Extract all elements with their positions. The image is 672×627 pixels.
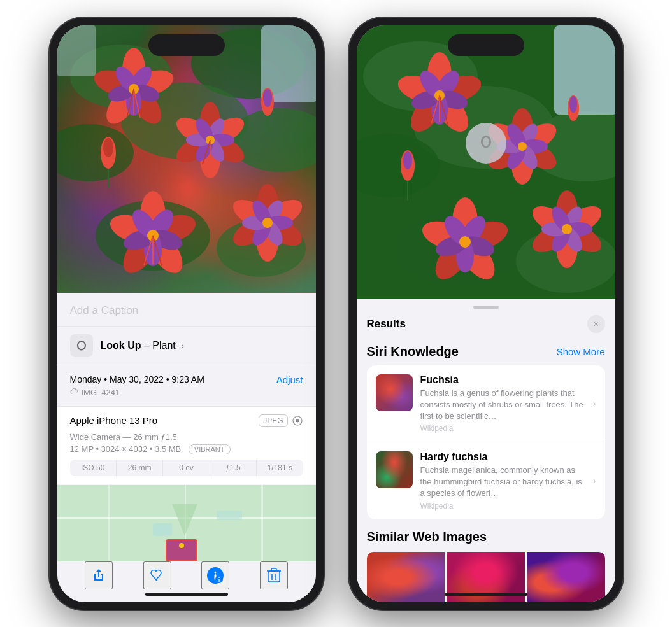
svg-point-145 — [459, 236, 471, 248]
lookup-icon — [70, 334, 93, 357]
info-icon: i — [205, 565, 225, 586]
dynamic-island-2 — [448, 34, 524, 56]
location-icon — [292, 415, 303, 426]
results-handle — [357, 299, 615, 313]
fuchsia-desc: Fuchsia is a genus of flowering plants t… — [420, 388, 585, 423]
svg-rect-77 — [261, 485, 263, 561]
spec-focal: 26 mm — [117, 460, 163, 476]
hardy-desc: Fuchsia magellanica, commonly known as t… — [420, 465, 585, 500]
knowledge-section-header: Siri Knowledge Show More — [367, 341, 605, 365]
spec-iso: ISO 50 — [70, 460, 117, 476]
caption-placeholder[interactable]: Add a Caption — [70, 304, 139, 316]
svg-rect-8 — [57, 25, 96, 76]
heart-icon — [149, 567, 166, 584]
svg-point-83 — [179, 543, 184, 548]
svg-point-39 — [103, 138, 113, 157]
knowledge-card: Fuchsia Fuchsia is a genus of flowering … — [367, 365, 605, 519]
svg-rect-80 — [217, 511, 242, 520]
photo-area — [57, 25, 316, 295]
svg-rect-89 — [268, 571, 280, 582]
lookup-row[interactable]: Look Up – Plant › — [57, 327, 316, 365]
siri-bubble — [466, 123, 506, 164]
fuchsia-thumb-image — [376, 374, 413, 411]
info-button[interactable]: i — [201, 561, 229, 589]
results-title: Results — [367, 318, 406, 330]
web-images-title: Similar Web Images — [367, 530, 605, 544]
map-area[interactable] — [57, 485, 316, 561]
like-button[interactable] — [143, 561, 171, 589]
fuchsia-text: Fuchsia Fuchsia is a genus of flowering … — [420, 374, 585, 433]
cloud-icon — [70, 388, 79, 397]
fuchsia-title: Fuchsia — [420, 374, 585, 386]
lookup-label: Look Up – Plant › — [101, 340, 184, 351]
fuchsia-source: Wikipedia — [420, 424, 585, 433]
svg-rect-75 — [108, 485, 110, 561]
svg-point-70 — [262, 218, 273, 228]
web-image-1[interactable] — [367, 552, 445, 602]
svg-point-42 — [263, 89, 272, 107]
knowledge-item-fuchsia[interactable]: Fuchsia Fuchsia is a genus of flowering … — [367, 365, 605, 443]
camera-badges: JPEG — [259, 414, 303, 427]
svg-text:i: i — [218, 577, 220, 583]
photo-info: Add a Caption Look Up – Plant › — [57, 293, 316, 602]
camera-model: Apple iPhone 13 Pro — [70, 415, 158, 426]
camera-section: Apple iPhone 13 Pro JPEG Wide Camera — 2… — [57, 407, 316, 484]
megapixels: 12 MP • 3024 × 4032 • 3.5 MB VIBRANT — [70, 444, 303, 454]
svg-point-129 — [518, 142, 527, 151]
fuchsia-chevron: › — [592, 398, 596, 409]
photo-area-2 — [357, 25, 615, 321]
knowledge-item-hardy[interactable]: Hardy fuchsia Fuchsia magellanica, commo… — [367, 442, 605, 519]
results-panel: Results × Siri Knowledge Show More — [357, 299, 615, 602]
svg-rect-91 — [271, 568, 276, 571]
spec-shutter: 1/181 s — [257, 460, 303, 476]
show-more-button[interactable]: Show More — [557, 346, 605, 357]
dynamic-island — [148, 34, 225, 56]
map-svg — [57, 485, 316, 561]
lookup-dash: – — [144, 340, 152, 351]
flower-svg — [57, 25, 316, 293]
svg-rect-79 — [153, 523, 172, 536]
hardy-title: Hardy fuchsia — [420, 451, 585, 463]
fuchsia-thumbnail — [376, 374, 413, 411]
siri-knowledge-section: Siri Knowledge Show More Fuchsia Fuchsia… — [357, 341, 615, 519]
svg-point-72 — [296, 419, 299, 422]
hardy-chevron: › — [592, 475, 596, 486]
svg-rect-102 — [554, 25, 615, 115]
home-indicator-2 — [445, 593, 527, 596]
siri-leaf-icon — [476, 133, 496, 153]
svg-point-85 — [215, 571, 217, 573]
camera-specs: ISO 50 26 mm 0 ev ƒ1.5 1/181 s — [70, 460, 303, 476]
svg-point-3 — [57, 124, 134, 181]
share-icon — [90, 567, 107, 584]
home-indicator-1 — [145, 593, 228, 596]
camera-header: Apple iPhone 13 Pro JPEG — [70, 414, 303, 427]
trash-icon — [266, 567, 282, 584]
web-image-3[interactable] — [527, 552, 605, 602]
phone-1: Add a Caption Look Up – Plant › — [50, 18, 324, 610]
phone-1-screen: Add a Caption Look Up – Plant › — [57, 25, 316, 602]
hardy-thumb-image — [376, 451, 413, 488]
flower-svg-2 — [357, 25, 615, 318]
adjust-button[interactable]: Adjust — [276, 374, 303, 385]
spec-aperture: ƒ1.5 — [210, 460, 257, 476]
meta-date-row: Monday • May 30, 2022 • 9:23 AM Adjust — [70, 374, 303, 385]
vibrant-badge: VIBRANT — [189, 444, 231, 454]
hardy-text: Hardy fuchsia Fuchsia magellanica, commo… — [420, 451, 585, 511]
share-button[interactable] — [85, 561, 113, 589]
results-header: Results × — [357, 313, 615, 341]
phone-2: Results × Siri Knowledge Show More — [349, 18, 623, 610]
photo-date: Monday • May 30, 2022 • 9:23 AM — [70, 374, 204, 384]
close-button[interactable]: × — [587, 315, 605, 333]
delete-button[interactable] — [260, 561, 288, 589]
caption-area[interactable]: Add a Caption — [57, 293, 316, 327]
hardy-source: Wikipedia — [420, 502, 585, 511]
flower-photo-2 — [357, 25, 615, 321]
lookup-chevron: › — [181, 341, 184, 351]
web-images-section: Similar Web Images — [357, 519, 615, 602]
phone-2-screen: Results × Siri Knowledge Show More — [357, 25, 615, 602]
hardy-thumbnail — [376, 451, 413, 488]
flower-photo — [57, 25, 316, 295]
handle-bar — [473, 306, 499, 309]
wide-camera-label: Wide Camera — 26 mm ƒ1.5 — [70, 432, 303, 442]
siri-knowledge-title: Siri Knowledge — [367, 344, 459, 359]
